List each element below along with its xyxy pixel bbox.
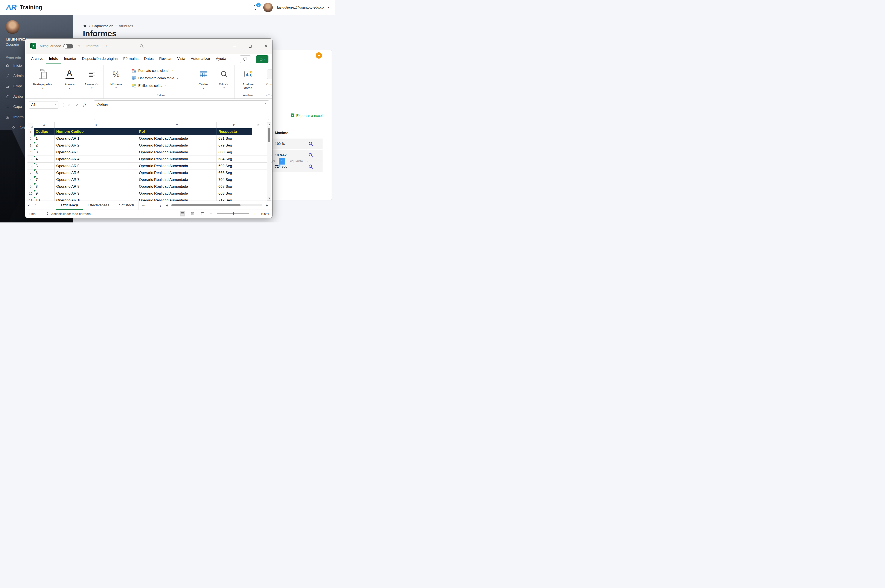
breadcrumb-item-capacitacion[interactable]: Capacitacion <box>92 24 113 28</box>
cell[interactable] <box>252 176 265 183</box>
ribbon-group-alineacion[interactable]: Alineación ˅ <box>80 65 104 99</box>
page-layout-view-button[interactable] <box>190 211 195 216</box>
sheet-next-icon[interactable]: › <box>32 201 39 210</box>
formato-condicional-button[interactable]: Formato condicional˅ <box>131 67 179 75</box>
hscroll-left-icon[interactable]: ◀ <box>164 201 170 210</box>
cell[interactable]: 7 <box>34 176 54 183</box>
pagination-last-icon[interactable]: » <box>307 159 309 163</box>
filename-caret-icon[interactable]: ˅ <box>105 45 107 48</box>
cell[interactable]: Operario AR 1 <box>54 135 137 142</box>
search-icon[interactable] <box>139 44 144 50</box>
autosave-toggle[interactable] <box>63 44 73 48</box>
column-header-e[interactable]: E <box>252 122 265 128</box>
cell[interactable]: 679 Seg <box>217 142 252 148</box>
ribbon-group-portapapeles[interactable]: Portapapeles ˅ <box>27 65 59 99</box>
zoom-level[interactable]: 100% <box>261 212 269 216</box>
ribbon-group-celdas[interactable]: Celdas ˅ <box>193 65 214 99</box>
cell[interactable]: Operario AR 6 <box>54 170 137 176</box>
cell[interactable] <box>252 183 265 190</box>
ribbon-tab-revisar[interactable]: Revisar <box>157 54 175 64</box>
row-number[interactable]: 1 <box>27 128 34 135</box>
cell[interactable]: Operario Realidad Aumentada <box>137 190 217 197</box>
ribbon-tab-automatizar[interactable]: Automatizar <box>188 54 213 64</box>
accessibility-status[interactable]: Accesibilidad: todo correcto <box>46 212 90 216</box>
cell[interactable]: 2 <box>34 142 54 148</box>
cell[interactable]: 668 Seg <box>217 183 252 190</box>
cell[interactable]: 681 Seg <box>217 135 252 142</box>
estilos-de-celda-button[interactable]: Estilos de celda˅ <box>131 82 179 90</box>
row-number[interactable]: 6 <box>27 163 34 169</box>
cell[interactable]: Operario Realidad Aumentada <box>137 170 217 176</box>
cell[interactable]: 712 Seg <box>217 197 252 201</box>
caret-up-icon[interactable]: ˄ <box>265 102 266 105</box>
cell[interactable]: Operario Realidad Aumentada <box>137 142 217 148</box>
cell[interactable]: Operario Realidad Aumentada <box>137 183 217 190</box>
cell[interactable]: 680 Seg <box>217 149 252 156</box>
cell[interactable]: 5 <box>34 163 54 169</box>
horizontal-scrollbar[interactable] <box>172 204 262 206</box>
column-header-d[interactable]: D <box>217 122 252 128</box>
row-number[interactable]: 2 <box>27 135 34 142</box>
cell[interactable]: Codigo <box>34 128 54 135</box>
cell[interactable]: 1 <box>34 135 54 142</box>
insert-function-icon[interactable]: fx <box>83 102 87 107</box>
sheet-tab-satisfacti[interactable]: Satisfacti <box>114 201 139 210</box>
more-sheets-icon[interactable]: ••• <box>139 201 149 210</box>
dar-formato-como-tabla-button[interactable]: Dar formato como tabla˅ <box>131 75 179 82</box>
workbook-filename[interactable]: Informe_... <box>86 44 104 48</box>
caret-down-icon[interactable]: ˅ <box>52 104 56 106</box>
cancel-icon[interactable] <box>68 103 71 107</box>
cell[interactable]: 9 <box>34 190 54 197</box>
pagination-next[interactable]: Siguiente <box>289 159 303 163</box>
cell[interactable]: 3 <box>34 149 54 156</box>
cell[interactable]: Rol <box>137 128 217 135</box>
home-icon[interactable] <box>83 24 87 29</box>
cell[interactable]: Operario AR 2 <box>54 142 137 148</box>
ribbon-group-edicion[interactable]: Edición ˅ <box>214 65 235 99</box>
excel-titlebar[interactable]: Autoguardado » Informe_... ˅ <box>26 39 272 54</box>
ribbon-group-analisis[interactable]: Analizar datos Análisis <box>235 65 262 99</box>
cell[interactable]: Operario Realidad Aumentada <box>137 135 217 142</box>
zoom-in-button[interactable]: + <box>254 212 256 216</box>
cell[interactable]: 10 <box>34 197 54 201</box>
row-number[interactable]: 10 <box>27 190 34 197</box>
cell[interactable] <box>252 142 265 148</box>
ribbon-group-numero[interactable]: % Número ˅ <box>104 65 129 99</box>
collapse-ribbon-icon[interactable]: ⌄ <box>265 93 269 98</box>
user-avatar[interactable] <box>263 3 273 12</box>
ribbon-tab-archivo[interactable]: Archivo <box>29 54 46 64</box>
quick-access-overflow-icon[interactable]: » <box>78 44 80 48</box>
pagination-page-1[interactable]: 1 <box>279 158 285 165</box>
row-number[interactable]: 4 <box>27 149 34 156</box>
normal-view-button[interactable] <box>180 211 185 216</box>
ribbon-tab-insertar[interactable]: Insertar <box>61 54 79 64</box>
row-number[interactable]: 9 <box>27 183 34 190</box>
share-button[interactable]: ▾ <box>256 56 268 63</box>
page-break-view-button[interactable] <box>200 211 205 216</box>
formula-input[interactable]: Codigo <box>93 100 269 120</box>
notifications-button[interactable]: 0 <box>253 4 259 11</box>
select-all-corner[interactable] <box>27 122 34 128</box>
sheet-prev-icon[interactable]: ‹ <box>26 201 32 210</box>
export-to-excel-link[interactable]: Exportar a excel <box>290 113 322 118</box>
cell[interactable]: 692 Seg <box>217 163 252 169</box>
sheet-tab-effectiveness[interactable]: Effectiveness <box>83 201 114 210</box>
ribbon-tab-ayuda[interactable]: Ayuda <box>213 54 229 64</box>
cell[interactable] <box>252 197 265 201</box>
column-header-a[interactable]: A <box>34 122 54 128</box>
hscroll-right-icon[interactable]: ▶ <box>264 201 270 210</box>
cell[interactable]: Operario AR 8 <box>54 183 137 190</box>
cell[interactable]: Operario AR 3 <box>54 149 137 156</box>
ribbon-group-fuente[interactable]: A Fuente ˅ <box>59 65 80 99</box>
cell[interactable] <box>252 163 265 169</box>
cell[interactable] <box>252 170 265 176</box>
ribbon-tab-formulas[interactable]: Fórmulas <box>120 54 141 64</box>
sheet-tab-efficiency[interactable]: Efficiency <box>56 201 83 210</box>
cell[interactable]: Operario AR 9 <box>54 190 137 197</box>
search-result-button[interactable] <box>299 138 322 149</box>
cell[interactable]: 663 Seg <box>217 190 252 197</box>
cell[interactable]: Operario Realidad Aumentada <box>137 149 217 156</box>
dots-vertical-icon[interactable]: ⋮ <box>157 201 164 210</box>
cell[interactable]: 684 Seg <box>217 156 252 162</box>
close-button[interactable] <box>264 44 268 48</box>
